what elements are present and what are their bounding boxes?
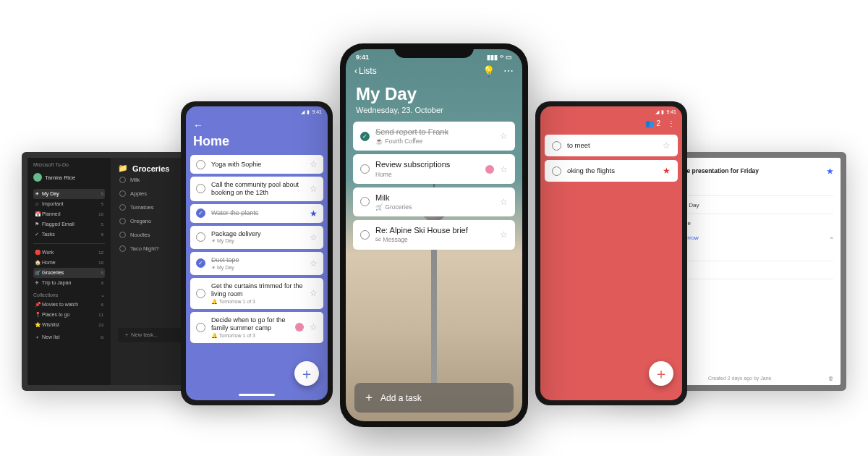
- back-button[interactable]: ←: [193, 119, 320, 131]
- chevron-down-icon: ⌄: [101, 292, 105, 298]
- star-icon[interactable]: ☆: [310, 232, 318, 242]
- task-card[interactable]: Package delivery☀ My Day☆: [190, 226, 323, 249]
- user-account[interactable]: Tamira Rice: [33, 173, 105, 182]
- task-card[interactable]: ✓Water the plants★: [190, 204, 323, 223]
- task-title: Get the curtains trimmed for the living …: [211, 282, 304, 298]
- sidebar-item[interactable]: 📅 Planned10: [33, 209, 105, 219]
- star-icon[interactable]: ★: [827, 167, 833, 175]
- complete-checkbox[interactable]: ✓: [196, 208, 205, 218]
- star-icon[interactable]: ☆: [500, 197, 508, 207]
- task-sub: 🔔 Tomorrow 1 of 3: [211, 299, 304, 305]
- task-card[interactable]: Yoga with Sophie☆: [190, 155, 323, 174]
- sidebar-item[interactable]: ☀ My Day5: [33, 189, 105, 199]
- complete-checkbox[interactable]: [196, 323, 205, 332]
- star-icon[interactable]: ☆: [500, 229, 508, 240]
- battery-icon: ▮: [307, 109, 310, 115]
- battery-icon: ▮: [661, 109, 664, 115]
- share-button[interactable]: 👥2: [645, 119, 660, 127]
- signal-icon: ◢: [655, 109, 659, 115]
- task-card[interactable]: Milk🛒 Groceries☆: [353, 187, 515, 216]
- page-title: My Day: [356, 84, 512, 104]
- complete-checkbox[interactable]: ✓: [196, 258, 205, 268]
- complete-checkbox[interactable]: ✓: [360, 132, 370, 141]
- complete-checkbox[interactable]: [119, 177, 126, 183]
- sidebar-list-item[interactable]: 🏠 Home10: [33, 258, 105, 268]
- battery-icon: ▭: [506, 54, 512, 61]
- user-name: Tamira Rice: [45, 174, 75, 181]
- star-icon[interactable]: ★: [310, 208, 318, 219]
- task-card[interactable]: Review subscriptionsHome☆: [353, 154, 515, 183]
- star-icon[interactable]: ★: [663, 166, 671, 176]
- app-brand: Microsoft To-Do: [33, 162, 105, 167]
- star-icon[interactable]: ☆: [310, 159, 318, 169]
- task-title: Milk: [375, 193, 494, 203]
- task-card[interactable]: oking the flights★: [545, 160, 678, 182]
- complete-checkbox[interactable]: [552, 166, 561, 176]
- more-icon[interactable]: ⋮: [668, 119, 675, 127]
- task-title: Package delivery: [211, 230, 304, 238]
- back-button[interactable]: ‹Lists: [354, 66, 377, 76]
- sidebar-item[interactable]: ✓ Tasks9: [33, 229, 105, 240]
- chevron-left-icon: ‹: [354, 66, 357, 76]
- sidebar-list-item[interactable]: 🔴 Work12: [33, 248, 105, 258]
- add-task-fab[interactable]: ＋: [294, 361, 319, 386]
- collection-item[interactable]: 📍 Places to go11: [33, 310, 105, 320]
- sidebar-item[interactable]: ⚑ Flagged Email5: [33, 219, 105, 229]
- star-icon[interactable]: ☆: [310, 258, 318, 269]
- wifi-icon: ⌔: [500, 54, 503, 61]
- add-task-fab[interactable]: ＋: [649, 361, 673, 386]
- star-icon[interactable]: ☆: [310, 322, 318, 332]
- task-title: Yoga with Sophie: [211, 161, 304, 169]
- clear-due-icon[interactable]: ×: [830, 235, 833, 241]
- collection-item[interactable]: ⭐ Wishlist23: [33, 320, 105, 330]
- android-phone-red: ◢▮9:41 👥2 ⋮ to meet☆oking the flights★ ＋: [535, 101, 687, 405]
- sidebar-item[interactable]: ☆ Important5: [33, 199, 105, 209]
- sidebar-list-item[interactable]: 🛒 Groceries5: [33, 268, 105, 278]
- complete-checkbox[interactable]: [552, 141, 561, 151]
- sidebar-list-item[interactable]: ✈ Trip to Japan9: [33, 278, 105, 288]
- complete-checkbox[interactable]: [119, 232, 126, 238]
- task-card[interactable]: Call the community pool about booking on…: [190, 177, 323, 201]
- task-title: Re: Alpine Ski House brief: [375, 226, 494, 235]
- android-phone-purple: ◢▮9:41 ← Home Yoga with Sophie☆Call the …: [181, 101, 333, 405]
- complete-checkbox[interactable]: [196, 232, 205, 242]
- suggestions-icon[interactable]: 💡: [482, 65, 495, 77]
- star-icon[interactable]: ☆: [500, 164, 508, 174]
- complete-checkbox[interactable]: [119, 245, 126, 252]
- collection-item[interactable]: 📌 Movies to watch6: [33, 300, 105, 310]
- star-icon[interactable]: ☆: [500, 131, 508, 141]
- task-sub: ✉ Message: [375, 236, 494, 243]
- task-card[interactable]: ✓Send report to Frank☕ Fourth Coffee☆: [353, 122, 515, 151]
- star-icon[interactable]: ☆: [663, 140, 671, 151]
- complete-checkbox[interactable]: [360, 164, 370, 174]
- task-sub: ☕ Fourth Coffee: [375, 138, 494, 145]
- task-card[interactable]: Re: Alpine Ski House brief✉ Message☆: [353, 220, 515, 249]
- complete-checkbox[interactable]: [119, 204, 126, 211]
- task-card[interactable]: to meet☆: [545, 135, 678, 156]
- complete-checkbox[interactable]: [196, 289, 205, 298]
- task-card[interactable]: Get the curtains trimmed for the living …: [190, 278, 323, 309]
- status-bar: ◢▮9:41: [186, 106, 328, 118]
- complete-checkbox[interactable]: [196, 160, 205, 169]
- new-group-icon[interactable]: ⧉: [101, 335, 103, 340]
- avatar: [33, 173, 42, 182]
- complete-checkbox[interactable]: [119, 190, 126, 197]
- star-icon[interactable]: ☆: [310, 288, 318, 298]
- delete-icon[interactable]: 🗑: [828, 376, 833, 381]
- home-indicator: [239, 394, 275, 396]
- signal-icon: ▮▮▮: [487, 54, 498, 61]
- complete-checkbox[interactable]: [360, 230, 370, 240]
- complete-checkbox[interactable]: [196, 184, 205, 193]
- complete-checkbox[interactable]: [119, 218, 126, 224]
- avatar: [295, 323, 304, 332]
- complete-checkbox[interactable]: [360, 197, 370, 206]
- task-card[interactable]: Decide when to go for the family summer …: [190, 312, 323, 343]
- star-icon[interactable]: ☆: [310, 184, 318, 194]
- new-list-button[interactable]: ＋ New list ⧉: [33, 332, 105, 343]
- task-title: Water the plants: [211, 209, 304, 217]
- collections-header[interactable]: Collections⌄: [33, 292, 105, 298]
- task-card[interactable]: ✓Duct tape☀ My Day☆: [190, 252, 323, 275]
- add-task-input[interactable]: ＋ Add a task: [354, 383, 514, 413]
- notch: [394, 43, 474, 58]
- more-icon[interactable]: ⋯: [503, 65, 514, 77]
